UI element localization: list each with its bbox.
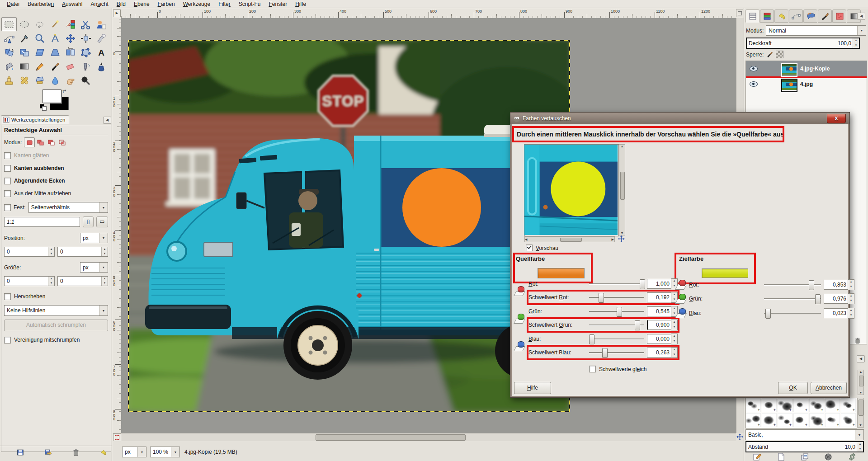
help-button[interactable]: Hilfe [514, 382, 551, 394]
option-checkbox-1[interactable] [4, 165, 11, 172]
tool-align[interactable] [78, 31, 94, 45]
value-spinner[interactable]: ▲▼ [671, 334, 678, 344]
option-checkbox-2[interactable] [4, 178, 11, 184]
brush-scrollbar[interactable]: ▼ [857, 398, 864, 428]
brush-name-select[interactable]: Basic,▼ [745, 429, 864, 440]
dock-tab-patterns[interactable] [832, 9, 846, 23]
channel-icon[interactable] [514, 286, 527, 296]
tool-bucket-fill[interactable] [1, 59, 17, 73]
value-input[interactable]: 0,023 [824, 308, 848, 318]
layer-mode-select[interactable]: Normal▼ [766, 25, 866, 36]
option-checkbox-0[interactable] [4, 152, 11, 159]
threshold-equal-toggle[interactable]: Schwellwerte gleich [589, 366, 646, 372]
ok-button[interactable]: OK [778, 382, 808, 394]
landscape-icon[interactable]: ▭ [96, 216, 108, 227]
slider-track[interactable] [764, 294, 821, 303]
brush-cell-0[interactable]: + [746, 398, 761, 412]
highlight-checkbox[interactable] [4, 293, 11, 300]
lock-alpha-icon[interactable] [776, 51, 783, 58]
tool-foreground-select[interactable] [94, 17, 109, 31]
guides-select[interactable]: Keine Hilfslinien▼ [4, 305, 108, 316]
layer-row-4.jpg[interactable]: 4.jpg [746, 76, 867, 92]
value-spinner[interactable]: ▲▼ [848, 308, 854, 319]
value-input[interactable]: 0,000 [647, 334, 671, 344]
tool-free-select[interactable] [32, 17, 47, 31]
selection-mode-intersect[interactable] [57, 137, 67, 147]
preset-reset-icon[interactable] [99, 449, 108, 458]
size-x-input[interactable]: 0▲▼ [4, 276, 55, 286]
refresh-brushes-icon[interactable] [848, 453, 857, 461]
brush-cell-13[interactable]: + [841, 413, 856, 427]
dock-tab-brushes[interactable] [818, 9, 832, 23]
brush-cell-2[interactable]: + [778, 398, 793, 412]
brush-cell-7[interactable]: + [746, 413, 761, 427]
tool-measure[interactable] [47, 31, 63, 45]
fixed-checkbox[interactable] [4, 204, 11, 211]
image-menu-button[interactable]: ▶ [113, 9, 121, 17]
brush-cell-1[interactable]: + [762, 398, 777, 412]
tool-color-picker[interactable] [17, 31, 32, 45]
selection-mode-subtract[interactable] [46, 137, 57, 147]
tool-rect-select[interactable] [1, 17, 17, 31]
channel-icon[interactable] [675, 293, 688, 304]
hidden-list-scrollbar[interactable]: ▲ ▼ [858, 370, 864, 395]
slider-knob[interactable] [589, 334, 594, 344]
tab-tool-options[interactable]: Werkzeugeinstellungen [1, 115, 69, 124]
slider-knob[interactable] [635, 320, 640, 330]
preview-vscrollbar[interactable]: ▲ ▼ [619, 144, 625, 235]
value-input[interactable]: 0,192 [647, 292, 671, 302]
menu-fenster[interactable]: Fenster [264, 0, 291, 8]
size-unit-select[interactable]: px▼ [80, 262, 108, 273]
preview-area[interactable] [524, 144, 619, 236]
slider-track[interactable] [589, 307, 644, 316]
tool-airbrush[interactable] [78, 59, 94, 73]
layer-thumbnail[interactable] [781, 79, 797, 92]
menu-ansicht[interactable]: Ansicht [86, 0, 112, 8]
slider-track[interactable] [764, 280, 821, 289]
quick-mask-toggle[interactable] [113, 433, 121, 442]
cancel-button[interactable]: Abbrechen [811, 382, 847, 394]
position-unit-select[interactable]: px▼ [80, 233, 108, 243]
dialog-titlebar[interactable]: Farben vertauschen X [510, 113, 849, 124]
slider-knob[interactable] [815, 294, 821, 304]
collapse-right-dock-icon[interactable]: ◀ [857, 13, 865, 20]
slider-track[interactable] [589, 334, 644, 343]
brush-cell-12[interactable]: + [825, 413, 840, 427]
tool-rotate[interactable] [1, 45, 17, 59]
fixed-select[interactable]: Seitenverhältnis ▼ [28, 202, 108, 213]
tool-blur-sharpen[interactable] [47, 73, 63, 87]
dialog-close-button[interactable]: X [827, 114, 846, 123]
selection-mode-replace[interactable] [24, 137, 35, 147]
menu-bearbeiten[interactable]: Bearbeiten [24, 0, 58, 8]
status-unit-select[interactable]: px▼ [122, 447, 146, 457]
slider-track[interactable] [589, 279, 644, 288]
edit-brush-icon[interactable] [753, 453, 762, 461]
preview-toggle[interactable]: Vorschau [526, 245, 558, 251]
slider-knob[interactable] [599, 293, 604, 303]
tool-ink[interactable] [94, 59, 109, 73]
slider-knob[interactable] [640, 279, 645, 289]
brush-cell-10[interactable]: + [793, 413, 808, 427]
layer-delete-icon[interactable] [854, 337, 861, 346]
tool-eraser[interactable] [63, 59, 78, 73]
channel-icon[interactable] [675, 308, 688, 319]
slider-knob[interactable] [602, 348, 608, 358]
tool-clone[interactable] [1, 73, 17, 87]
menu-werkzeuge[interactable]: Werkzeuge [179, 0, 214, 8]
menu-scriptfu[interactable]: Script-Fu [235, 0, 265, 8]
tool-scale[interactable] [17, 45, 32, 59]
value-spinner[interactable]: ▲▼ [848, 279, 854, 290]
slider-track[interactable] [764, 309, 821, 318]
menu-bild[interactable]: Bild [113, 0, 130, 8]
tool-dodge-burn[interactable] [78, 73, 94, 87]
tool-text[interactable]: A [94, 45, 109, 59]
brush-cell-6[interactable]: + [841, 398, 856, 412]
value-input[interactable]: 1,000 [647, 279, 671, 289]
preset-save-icon[interactable] [16, 449, 24, 458]
vertical-ruler[interactable]: 0100200300400500600700800 [112, 18, 122, 433]
opacity-slider[interactable]: Deckkraft 100,0 ▲▼ [746, 38, 860, 49]
tool-shear[interactable] [32, 45, 47, 59]
tool-select-by-color[interactable] [63, 17, 78, 31]
preview-checkbox[interactable] [526, 245, 533, 251]
tool-ellipse-select[interactable] [17, 17, 32, 31]
